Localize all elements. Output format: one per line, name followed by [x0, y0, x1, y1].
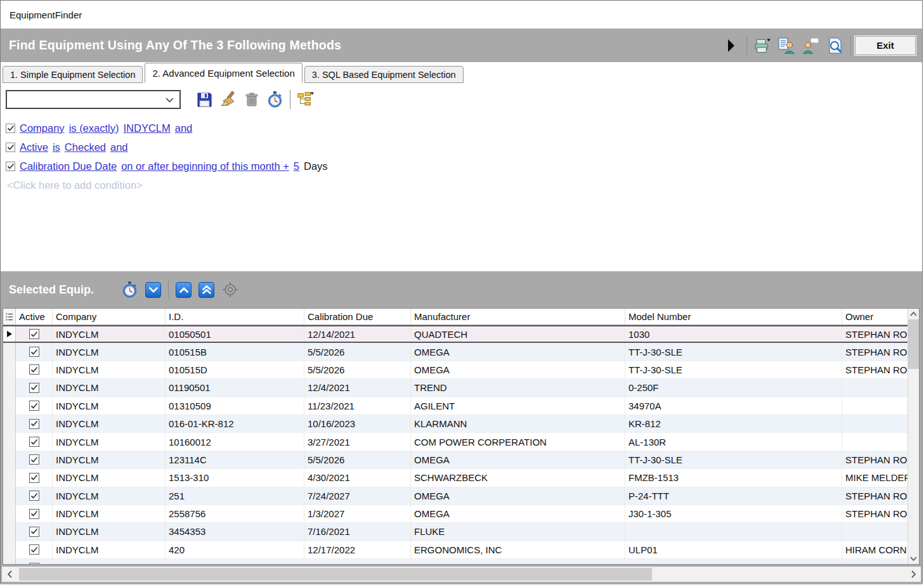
grid-properties-icon[interactable]: [3, 309, 16, 325]
broom-icon[interactable]: [219, 91, 237, 108]
active-checkbox[interactable]: [29, 509, 39, 519]
add-condition-link[interactable]: <Click here to add condition>: [7, 176, 922, 195]
condition-link[interactable]: Company: [20, 122, 65, 134]
cell-model: TT-J-30-SLE: [625, 361, 842, 378]
current-row-marker[interactable]: [3, 326, 16, 342]
table-row[interactable]: INDYCLM0170-3307/24/2021SCHWARZBECKHX701…: [3, 559, 908, 564]
cell-id: 010515D: [166, 361, 304, 378]
table-row[interactable]: INDYCLM101600123/27/2021COM POWER CORPER…: [3, 433, 908, 451]
scroll-down-icon[interactable]: [908, 553, 919, 564]
row-selector[interactable]: [3, 361, 16, 378]
horizontal-scrollbar[interactable]: [2, 567, 921, 582]
condition-link[interactable]: on or after beginning of this month +: [121, 160, 289, 172]
condition-link[interactable]: Checked: [65, 141, 106, 153]
active-checkbox[interactable]: [29, 347, 39, 357]
cell-manufacturer: TREND: [411, 379, 625, 396]
column-header-model-number[interactable]: Model Number: [625, 309, 842, 325]
horizontal-scroll-thumb[interactable]: [19, 568, 652, 581]
row-selector[interactable]: [3, 523, 16, 540]
condition-link[interactable]: is (exactly): [69, 122, 119, 134]
table-row[interactable]: INDYCLM34543537/16/2021FLUKE: [3, 523, 908, 541]
crosshair-icon[interactable]: [221, 281, 238, 299]
active-checkbox[interactable]: [29, 491, 39, 501]
condition-link[interactable]: and: [175, 122, 193, 134]
active-checkbox[interactable]: [29, 401, 39, 411]
column-header-owner[interactable]: Owner: [842, 309, 908, 325]
tab-sql-based-equipment-selection[interactable]: 3. SQL Based Equipment Selection: [304, 66, 464, 83]
row-selector[interactable]: [3, 541, 16, 558]
vertical-scrollbar[interactable]: [908, 309, 919, 564]
doc-search-icon[interactable]: [826, 37, 843, 54]
table-row[interactable]: INDYCLM0119050112/4/2021TREND0-250F: [3, 379, 908, 397]
cell-manufacturer: QUADTECH: [411, 326, 625, 342]
active-checkbox[interactable]: [29, 364, 39, 375]
exit-button[interactable]: Exit: [855, 36, 916, 55]
condition-link[interactable]: 5: [294, 160, 299, 172]
column-header-manufacturer[interactable]: Manufacturer: [411, 309, 625, 325]
stopwatch-icon[interactable]: [266, 91, 283, 108]
scroll-up-icon[interactable]: [908, 309, 919, 319]
active-checkbox[interactable]: [29, 383, 39, 393]
active-checkbox[interactable]: [29, 454, 39, 465]
active-checkbox[interactable]: [29, 437, 39, 447]
table-row[interactable]: INDYCLM016-01-KR-81210/16/2023KLARMANNKR…: [3, 415, 908, 433]
condition-checkbox[interactable]: [6, 162, 15, 171]
move-up-button[interactable]: [176, 282, 192, 298]
row-selector[interactable]: [3, 415, 16, 432]
active-checkbox[interactable]: [29, 329, 39, 339]
table-row[interactable]: INDYCLM123114C5/5/2026OMEGATT-J-30-SLEST…: [3, 451, 908, 469]
row-selector[interactable]: [3, 505, 16, 522]
row-selector[interactable]: [3, 559, 16, 564]
column-header-calibration-due[interactable]: Calibration Due: [304, 309, 411, 325]
cell-manufacturer: FLUKE: [411, 523, 625, 540]
row-selector[interactable]: [3, 487, 16, 505]
column-header-i-d[interactable]: I.D.: [166, 309, 304, 325]
active-checkbox[interactable]: [29, 419, 39, 429]
check-down-button[interactable]: [145, 282, 161, 298]
table-row[interactable]: INDYCLM0105050112/14/2021QUADTECH1030STE…: [3, 325, 908, 343]
chevron-down-icon[interactable]: [166, 94, 174, 105]
active-checkbox[interactable]: [29, 527, 39, 537]
column-header-active[interactable]: Active: [16, 309, 53, 325]
condition-link[interactable]: INDYCLM: [123, 122, 170, 134]
printer-icon[interactable]: [754, 37, 771, 54]
row-selector[interactable]: [3, 397, 16, 415]
row-selector[interactable]: [3, 451, 16, 468]
save-icon[interactable]: [196, 91, 213, 108]
active-checkbox[interactable]: [29, 544, 39, 555]
scroll-left-icon[interactable]: [2, 567, 17, 582]
row-selector[interactable]: [3, 433, 16, 450]
saved-query-combobox[interactable]: [6, 90, 181, 109]
condition-link[interactable]: Active: [20, 141, 48, 153]
row-selector[interactable]: [3, 343, 16, 360]
trash-icon[interactable]: [243, 91, 260, 108]
move-top-button[interactable]: [198, 282, 214, 298]
table-row[interactable]: INDYCLM42012/17/2022ERGONOMICS, INCULP01…: [3, 541, 908, 559]
user-report-icon[interactable]: [778, 37, 795, 54]
condition-row: ActiveisCheckedand: [6, 138, 922, 157]
vertical-scroll-thumb[interactable]: [908, 319, 919, 369]
condition-link[interactable]: is: [53, 141, 60, 153]
table-row[interactable]: INDYCLM2517/24/2027OMEGAP-24-TTTSTEPHAN …: [3, 487, 908, 505]
condition-checkbox[interactable]: [6, 124, 15, 133]
condition-link[interactable]: Calibration Due Date: [20, 160, 117, 172]
active-checkbox[interactable]: [29, 473, 39, 483]
row-selector[interactable]: [3, 379, 16, 396]
row-selector[interactable]: [3, 469, 16, 486]
active-checkbox[interactable]: [29, 563, 39, 564]
play-icon[interactable]: [722, 37, 739, 54]
table-row[interactable]: INDYCLM25587561/3/2027OMEGAJ30-1-305STEP…: [3, 505, 908, 523]
stopwatch-icon[interactable]: [121, 281, 138, 299]
tab-simple-equipment-selection[interactable]: 1. Simple Equipment Selection: [3, 66, 143, 83]
user-chat-icon[interactable]: [802, 37, 819, 54]
table-row[interactable]: INDYCLM1513-3104/30/2021SCHWARZBECKFMZB-…: [3, 469, 908, 487]
table-row[interactable]: INDYCLM0131050911/23/2021AGILENT34970A: [3, 397, 908, 415]
condition-checkbox[interactable]: [6, 143, 15, 152]
query-tree-icon[interactable]: [297, 91, 314, 108]
table-row[interactable]: INDYCLM010515B5/5/2026OMEGATT-J-30-SLEST…: [3, 343, 908, 361]
scroll-right-icon[interactable]: [906, 567, 921, 582]
tab-advanced-equipment-selection[interactable]: 2. Advanced Equipment Selection: [145, 63, 302, 83]
table-row[interactable]: INDYCLM010515D5/5/2026OMEGATT-J-30-SLEST…: [3, 361, 908, 379]
column-header-company[interactable]: Company: [53, 309, 166, 325]
condition-link[interactable]: and: [110, 141, 128, 153]
